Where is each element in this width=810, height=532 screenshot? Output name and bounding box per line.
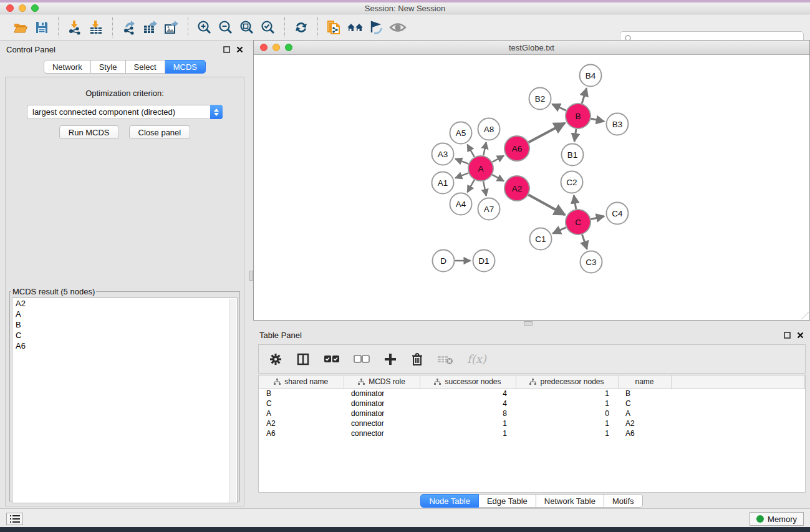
mcds-result-item[interactable]: A6 (12, 341, 237, 351)
float-panel-icon[interactable] (784, 332, 791, 339)
node-table[interactable]: shared nameMCDS rolesuccessor nodesprede… (258, 375, 806, 493)
zoom-out-button[interactable] (215, 17, 236, 38)
graph-edge-A-A8[interactable] (483, 142, 486, 155)
float-panel-icon[interactable] (223, 46, 230, 53)
close-panel-icon[interactable] (236, 46, 243, 53)
tab-network-table[interactable]: Network Table (536, 494, 604, 508)
table-row[interactable]: Adominator80A (259, 409, 805, 418)
unselect-all-icon[interactable] (354, 355, 370, 364)
graph-edge-C-C1[interactable] (553, 228, 566, 234)
list-icon (10, 515, 20, 523)
mcds-result-item[interactable]: B (12, 319, 237, 330)
table-row[interactable]: A6connector11A6 (259, 428, 805, 438)
tab-node-table[interactable]: Node Table (420, 494, 479, 508)
task-history-button[interactable] (6, 513, 23, 525)
function-builder-icon[interactable]: f(x) (467, 352, 486, 365)
table-header-row[interactable]: shared nameMCDS rolesuccessor nodesprede… (259, 375, 805, 389)
show-all-networks-button[interactable] (345, 17, 366, 38)
graph-edge-B-B3[interactable] (591, 118, 604, 121)
zoom-selected-icon (260, 19, 276, 36)
tab-motifs[interactable]: Motifs (604, 494, 643, 508)
graph-edge-A2-C[interactable] (528, 195, 565, 215)
column-header-predecessor-nodes[interactable]: predecessor nodes (516, 375, 618, 389)
window-resize-grip[interactable] (801, 312, 809, 319)
column-header-shared-name[interactable]: shared name (259, 375, 344, 389)
table-panel-header: Table Panel (253, 327, 810, 343)
graph-node-label: C2 (566, 178, 577, 187)
graph-edge-A-A2[interactable] (492, 175, 504, 181)
hide-flagged-button[interactable] (366, 17, 387, 38)
horizontal-splitter[interactable] (253, 321, 810, 327)
import-network-button[interactable] (64, 17, 85, 38)
show-hidden-button[interactable] (387, 17, 408, 38)
graph-edge-B-B1[interactable] (574, 129, 576, 142)
zoom-in-icon (196, 19, 213, 36)
graph-edge-C-C3[interactable] (582, 235, 587, 249)
tab-style[interactable]: Style (91, 60, 126, 74)
show-columns-icon[interactable] (296, 352, 310, 366)
graph-edge-B-B2[interactable] (552, 104, 566, 110)
graph-edge-A-A4[interactable] (468, 180, 475, 192)
table-row[interactable]: A2connector11A2 (259, 418, 805, 428)
open-session-button[interactable] (10, 17, 31, 38)
import-table-button[interactable] (85, 17, 107, 38)
tab-network[interactable]: Network (44, 60, 91, 74)
new-network-from-selection-button[interactable] (324, 17, 345, 38)
table-cell: A6 (618, 428, 671, 438)
graph-edge-A-A7[interactable] (483, 181, 486, 196)
export-image-icon (163, 19, 180, 36)
export-image-button[interactable] (161, 17, 182, 38)
export-table-button[interactable] (140, 17, 161, 38)
memory-button[interactable]: Memory (750, 512, 804, 526)
column-header-MCDS-role[interactable]: MCDS role (344, 375, 420, 389)
zoom-out-icon (218, 19, 234, 36)
toolbar-separator (317, 17, 318, 37)
column-type-icon (274, 379, 281, 385)
mcds-result-item[interactable]: C (12, 330, 237, 341)
create-column-plus-icon[interactable] (383, 352, 397, 366)
close-panel-button[interactable]: Close panel (129, 125, 191, 139)
tab-select[interactable]: Select (126, 60, 165, 74)
graph-edge-A-A6[interactable] (492, 156, 504, 162)
graph-edge-A-A1[interactable] (455, 173, 468, 178)
delete-table-icon[interactable] (437, 354, 453, 365)
export-network-button[interactable] (118, 17, 140, 38)
network-canvas[interactable]: B4B2BB3A5A8A6B1A3AA1A2C2A4A7CC4C1C3DD1 (254, 56, 809, 320)
selected-criterion-value: largest connected component (directed) (27, 107, 210, 117)
graph-edge-C-C2[interactable] (574, 195, 576, 209)
select-all-icon[interactable] (324, 355, 340, 364)
column-header-name[interactable]: name (618, 375, 671, 389)
mcds-result-group: MCDS result (5 nodes) A2ABCA6 (9, 287, 240, 501)
eye-icon (388, 20, 407, 35)
graph-edge-A-A3[interactable] (455, 159, 468, 164)
result-list-scrollbar[interactable] (229, 299, 236, 503)
zoom-selected-button[interactable] (258, 17, 279, 38)
tab-mcds[interactable]: MCDS (165, 60, 206, 74)
column-type-icon (358, 379, 365, 385)
table-cell: dominator (344, 409, 420, 418)
table-row[interactable]: Bdominator41B (259, 389, 805, 399)
mcds-result-item[interactable]: A2 (12, 298, 237, 309)
toolbar-separator (188, 17, 188, 37)
network-window-titlebar[interactable]: testGlobe.txt (254, 41, 809, 55)
horizontal-splitter-handle[interactable] (524, 321, 533, 326)
mcds-result-item[interactable]: A (12, 309, 237, 319)
graph-node-label: C (575, 218, 581, 227)
refresh-layout-button[interactable] (291, 17, 312, 38)
graph-edge-A6-B[interactable] (529, 123, 565, 142)
tab-edge-table[interactable]: Edge Table (479, 494, 536, 508)
graph-edge-A-A5[interactable] (468, 145, 475, 157)
close-panel-icon[interactable] (797, 332, 804, 339)
table-settings-gear-icon[interactable] (269, 352, 282, 366)
delete-columns-trash-icon[interactable] (411, 352, 423, 366)
graph-edge-C-C4[interactable] (591, 216, 604, 220)
zoom-fit-button[interactable] (236, 17, 258, 38)
run-mcds-button[interactable]: Run MCDS (59, 125, 119, 139)
optimization-criterion-select[interactable]: largest connected component (directed) (27, 105, 223, 119)
zoom-in-button[interactable] (194, 17, 215, 38)
table-row[interactable]: Cdominator41C (259, 399, 805, 409)
column-header-successor-nodes[interactable]: successor nodes (420, 375, 516, 389)
save-session-button[interactable] (31, 17, 52, 38)
graph-edge-B-B4[interactable] (582, 89, 587, 104)
mcds-panel: Optimization criterion: largest connecte… (5, 77, 244, 506)
